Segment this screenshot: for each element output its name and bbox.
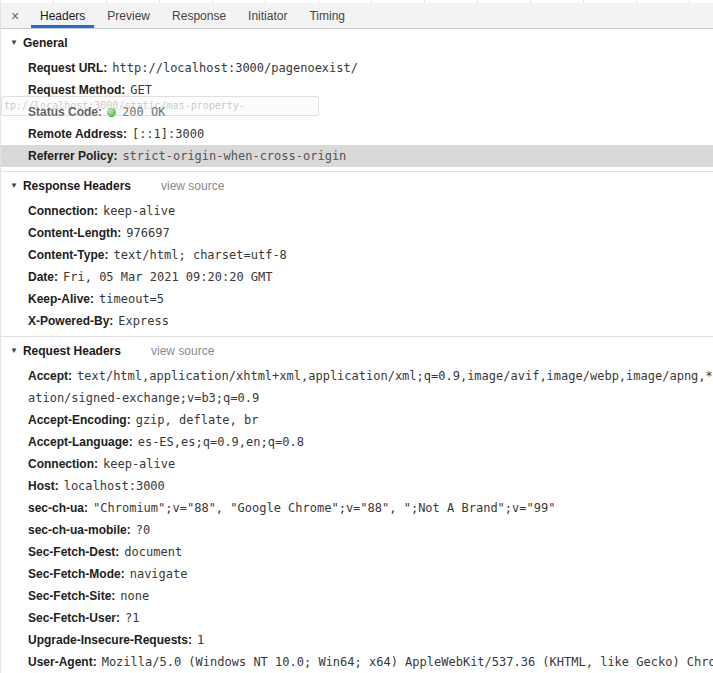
header-row: Request URL:http://localhost:3000/pageno…: [1, 57, 713, 79]
header-row: Request Method:GET: [1, 79, 713, 101]
header-name: Sec-Fetch-Dest:: [28, 545, 119, 559]
header-value: ation/signed-exchange;v=b3;q=0.9: [28, 391, 259, 405]
header-value: http://localhost:3000/pagenoexist/: [112, 61, 358, 75]
header-value: document: [124, 545, 182, 559]
tab-preview[interactable]: Preview: [98, 3, 159, 28]
header-value: text/html; charset=utf-8: [113, 248, 286, 262]
header-value: timeout=5: [99, 292, 164, 306]
header-name: Host:: [28, 479, 59, 493]
header-row: Referrer Policy:strict-origin-when-cross…: [1, 145, 713, 167]
tab-response[interactable]: Response: [163, 3, 235, 28]
header-name: Content-Length:: [28, 226, 121, 240]
header-name: Sec-Fetch-User:: [28, 611, 120, 625]
tab-initiator[interactable]: Initiator: [239, 3, 296, 28]
header-value: [::1]:3000: [132, 127, 204, 141]
header-row: Date:Fri, 05 Mar 2021 09:20:20 GMT: [1, 266, 713, 288]
header-value: GET: [130, 83, 152, 97]
header-value: strict-origin-when-cross-origin: [122, 149, 346, 163]
header-name: User-Agent:: [28, 655, 97, 669]
section-general: ▼GeneralRequest URL:http://localhost:300…: [1, 29, 713, 167]
section-header-response-headers[interactable]: ▼Response Headersview source: [1, 172, 713, 200]
header-value: Mozilla/5.0 (Windows NT 10.0; Win64; x64…: [102, 655, 713, 669]
section-title: Request Headers: [23, 344, 121, 358]
network-detail-tabbar: × HeadersPreviewResponseInitiatorTiming: [1, 3, 713, 29]
header-name: Status Code:: [28, 105, 102, 119]
header-row: Accept-Language:es-ES,es;q=0.9,en;q=0.8: [1, 431, 713, 453]
header-row: Connection:keep-alive: [1, 200, 713, 222]
header-name: Connection:: [28, 457, 98, 471]
header-value: 200 OK: [122, 105, 165, 119]
header-value: ?0: [136, 523, 150, 537]
headers-content: ▼GeneralRequest URL:http://localhost:300…: [1, 29, 713, 673]
header-row: Sec-Fetch-Dest:document: [1, 541, 713, 563]
header-row-continuation: ation/signed-exchange;v=b3;q=0.9: [1, 387, 713, 409]
header-name: Sec-Fetch-Mode:: [28, 567, 125, 581]
header-name: Request Method:: [28, 83, 125, 97]
header-row: Sec-Fetch-User:?1: [1, 607, 713, 629]
header-name: Accept-Language:: [28, 435, 133, 449]
header-row: sec-ch-ua:"Chromium";v="88", "Google Chr…: [1, 497, 713, 519]
header-name: Keep-Alive:: [28, 292, 94, 306]
header-name: sec-ch-ua-mobile:: [28, 523, 131, 537]
header-value: keep-alive: [103, 457, 175, 471]
header-row: Content-Type:text/html; charset=utf-8: [1, 244, 713, 266]
header-name: Upgrade-Insecure-Requests:: [28, 633, 192, 647]
disclosure-triangle-icon[interactable]: ▼: [10, 347, 18, 355]
header-row: User-Agent:Mozilla/5.0 (Windows NT 10.0;…: [1, 651, 713, 673]
header-name: Request URL:: [28, 61, 107, 75]
header-row: sec-ch-ua-mobile:?0: [1, 519, 713, 541]
header-name: X-Powered-By:: [28, 314, 113, 328]
header-row: Accept:text/html,application/xhtml+xml,a…: [1, 365, 713, 387]
header-value: localhost:3000: [64, 479, 165, 493]
section-header-general[interactable]: ▼General: [1, 29, 713, 57]
devtools-network-headers-pane: × HeadersPreviewResponseInitiatorTiming …: [0, 0, 713, 673]
header-value: Express: [118, 314, 169, 328]
header-row: X-Powered-By:Express: [1, 310, 713, 332]
tab-headers[interactable]: Headers: [31, 3, 94, 28]
header-value: none: [120, 589, 149, 603]
tab-timing[interactable]: Timing: [300, 3, 354, 28]
header-name: Content-Type:: [28, 248, 108, 262]
header-row: Sec-Fetch-Mode:navigate: [1, 563, 713, 585]
header-row: Remote Address:[::1]:3000: [1, 123, 713, 145]
header-name: sec-ch-ua:: [28, 501, 88, 515]
header-value: text/html,application/xhtml+xml,applicat…: [77, 369, 713, 383]
header-row: Sec-Fetch-Site:none: [1, 585, 713, 607]
header-row: Status Code:200 OK: [1, 101, 713, 123]
header-value: gzip, deflate, br: [136, 413, 259, 427]
header-name: Date:: [28, 270, 58, 284]
header-name: Connection:: [28, 204, 98, 218]
view-source-link[interactable]: view source: [161, 179, 224, 193]
header-row: Content-Length:976697: [1, 222, 713, 244]
close-icon[interactable]: ×: [1, 3, 29, 28]
header-value: "Chromium";v="88", "Google Chrome";v="88…: [93, 501, 555, 515]
header-row: Accept-Encoding:gzip, deflate, br: [1, 409, 713, 431]
header-name: Accept-Encoding:: [28, 413, 131, 427]
status-green-icon: [107, 108, 116, 117]
section-title: General: [23, 36, 68, 50]
header-value: 1: [197, 633, 204, 647]
disclosure-triangle-icon[interactable]: ▼: [10, 182, 18, 190]
header-value: 976697: [126, 226, 169, 240]
header-row: Connection:keep-alive: [1, 453, 713, 475]
disclosure-triangle-icon[interactable]: ▼: [10, 39, 18, 47]
header-row: Keep-Alive:timeout=5: [1, 288, 713, 310]
header-value: keep-alive: [103, 204, 175, 218]
header-name: Accept:: [28, 369, 72, 383]
header-name: Remote Address:: [28, 127, 127, 141]
section-title: Response Headers: [23, 179, 131, 193]
section-response-headers: ▼Response Headersview sourceConnection:k…: [1, 171, 713, 332]
header-row: Upgrade-Insecure-Requests:1: [1, 629, 713, 651]
header-value: navigate: [130, 567, 188, 581]
section-request-headers: ▼Request Headersview sourceAccept:text/h…: [1, 336, 713, 673]
header-name: Referrer Policy:: [28, 149, 117, 163]
view-source-link[interactable]: view source: [151, 344, 214, 358]
header-name: Sec-Fetch-Site:: [28, 589, 115, 603]
header-value: es-ES,es;q=0.9,en;q=0.8: [138, 435, 304, 449]
header-row: Host:localhost:3000: [1, 475, 713, 497]
header-value: Fri, 05 Mar 2021 09:20:20 GMT: [63, 270, 273, 284]
header-value: ?1: [125, 611, 139, 625]
section-header-request-headers[interactable]: ▼Request Headersview source: [1, 337, 713, 365]
